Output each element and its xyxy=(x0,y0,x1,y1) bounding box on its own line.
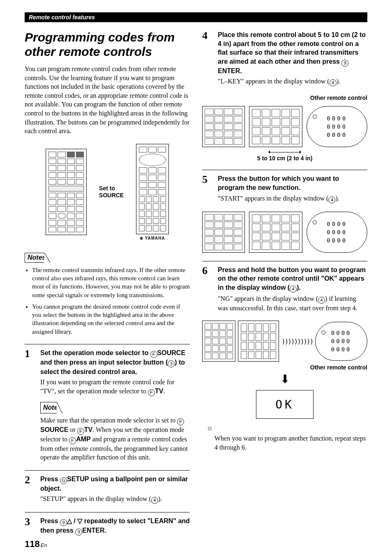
tip-icon: ☼ xyxy=(206,424,367,432)
step-number: 3 xyxy=(25,517,35,537)
diagram-step-6: )))))))))) 0000 0000 0000 xyxy=(202,321,367,362)
diagram-step-4: 0000 0000 0000 xyxy=(202,106,367,147)
step-2: 2 Press GSETUP using a ballpoint pen or … xyxy=(25,470,190,504)
step-6-follow: "NG" appears in the display window (4) i… xyxy=(218,294,367,313)
step-1-note: Make sure that the operation mode select… xyxy=(40,416,190,462)
step-1: 1 Set the operation mode selector to FSO… xyxy=(25,344,190,462)
this-remote-mini xyxy=(202,321,235,362)
other-remote-oval: 0000 0000 0000 xyxy=(307,106,367,147)
step-6-lead: Press and hold the button you want to pr… xyxy=(218,265,367,293)
this-remote-mini xyxy=(202,212,245,253)
step-5-follow: "START" appears in the display window (4… xyxy=(218,194,367,203)
step-number: 6 xyxy=(202,265,212,313)
arrow-down-icon: ⬇ xyxy=(202,372,367,386)
this-remote-mini xyxy=(202,106,245,147)
step-6: 6 Press and hold the button you want to … xyxy=(202,261,367,313)
caption-other-remote-6: Other remote control xyxy=(202,364,367,371)
caption-distance: 5 to 10 cm (2 to 4 in) xyxy=(202,155,367,162)
note-heading-sub: Note xyxy=(40,402,62,413)
breadcrumb: Remote control features xyxy=(25,12,367,22)
right-column: 4 Place this remote control about 5 to 1… xyxy=(202,30,367,545)
ok-display: OK xyxy=(256,390,314,419)
this-remote-keypad xyxy=(238,321,279,362)
step-3: 3 Press 9△ / ▽ repeatedly to select "LEA… xyxy=(25,512,190,537)
step-5: 5 Press the button for which you want to… xyxy=(202,170,367,203)
step-3-lead: Press 9△ / ▽ repeatedly to select "LEARN… xyxy=(40,517,190,536)
yamaha-logo: ⊕ YAMAHA xyxy=(136,236,169,240)
note-item: You cannot program the desired remote co… xyxy=(32,302,190,336)
left-column: Programming codes from other remote cont… xyxy=(25,30,190,545)
ir-waves-icon: )))))))))) xyxy=(281,337,313,345)
remote-figure-left: Set to SOURCE xyxy=(25,144,190,240)
note-item: The remote control transmits infrared ra… xyxy=(32,266,190,299)
step-4-follow: "L–KEY" appears in the display window (4… xyxy=(218,77,367,86)
figure-label-set-to-source: Set to SOURCE xyxy=(99,185,124,199)
step-number: 1 xyxy=(25,349,35,462)
step-1-follow: If you want to program the remote contro… xyxy=(40,378,190,396)
tip-text: When you want to program another functio… xyxy=(214,434,367,452)
this-remote-keypad xyxy=(249,106,302,147)
step-1-lead: Set the operation mode selector to FSOUR… xyxy=(40,349,190,376)
step-number: 4 xyxy=(202,30,212,86)
step-2-lead: Press GSETUP using a ballpoint pen or si… xyxy=(40,475,190,493)
step-2-follow: "SETUP" appears in the display window (4… xyxy=(40,494,190,504)
distance-arrow-icon xyxy=(202,152,367,152)
this-remote-keypad xyxy=(249,212,302,253)
diagram-step-5: 0000 0000 0000 xyxy=(202,212,367,253)
notes-list: The remote control transmits infrared ra… xyxy=(25,266,190,336)
step-number: 5 xyxy=(202,174,212,203)
step-4: 4 Place this remote control about 5 to 1… xyxy=(202,30,367,86)
page-number: 118En xyxy=(25,539,47,549)
step-5-lead: Press the button for which you want to p… xyxy=(218,174,367,192)
remote-left-diagram xyxy=(46,149,87,235)
other-remote-oval-pressed: 0000 0000 0000 xyxy=(315,322,367,361)
caption-other-remote-4: Other remote control xyxy=(202,95,367,101)
step-4-lead: Place this remote control about 5 to 10 … xyxy=(218,30,367,75)
remote-right-diagram xyxy=(136,144,169,234)
intro-paragraph: You can program remote control codes fro… xyxy=(25,65,190,136)
page-title: Programming codes from other remote cont… xyxy=(25,30,190,59)
notes-heading: Notes xyxy=(25,253,50,263)
other-remote-oval: 0000 0000 0000 xyxy=(307,212,367,253)
step-number: 2 xyxy=(25,475,35,504)
